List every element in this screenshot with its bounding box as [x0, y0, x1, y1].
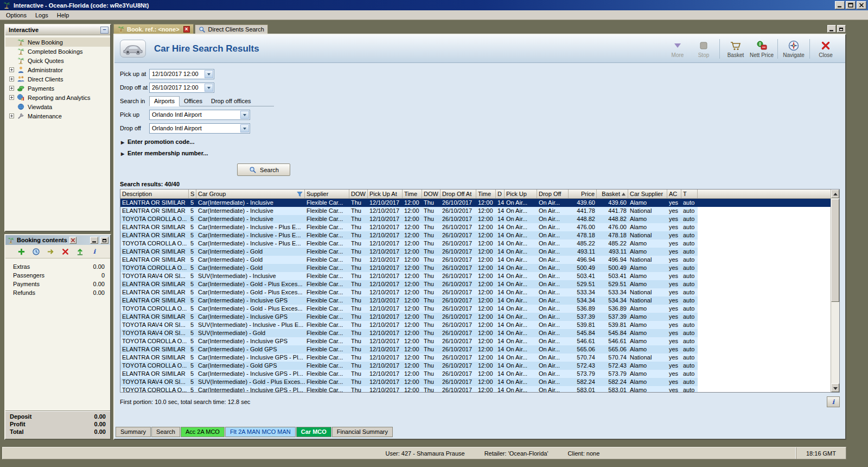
column-header-ac[interactable]: AC [667, 190, 681, 198]
expand-plus-icon[interactable] [9, 77, 14, 81]
promo-code-expander[interactable]: Enter promotion code... [121, 138, 845, 145]
result-row[interactable]: ELANTRA OR SIMILAR5Car(Intermediate) - G… [120, 248, 831, 256]
result-row[interactable]: ELANTRA OR SIMILAR5Car(Intermediate) - I… [120, 313, 831, 321]
column-header-basket[interactable]: Basket [597, 190, 628, 198]
basket-button[interactable]: Basket [723, 40, 749, 58]
chevron-down-icon[interactable] [205, 84, 213, 92]
delete-button[interactable] [60, 247, 70, 256]
add-button[interactable] [16, 247, 26, 256]
sidebar-item-new-booking[interactable]: New Booking [5, 37, 110, 47]
column-header-t[interactable]: T [681, 190, 698, 198]
result-row[interactable]: ELANTRA OR SIMILAR5Car(Intermediate) - I… [120, 370, 831, 378]
result-row[interactable]: TOYOTA RAV4 OR SI...5SUV(Intermediate) -… [120, 321, 831, 329]
result-row[interactable]: ELANTRA OR SIMILAR5Car(Intermediate) - G… [120, 345, 831, 354]
grid-scrollbar[interactable] [831, 190, 839, 392]
mdi-minimize-button[interactable] [827, 25, 836, 33]
expand-plus-icon[interactable] [9, 113, 14, 118]
result-row[interactable]: ELANTRA OR SIMILAR5Car(Intermediate) - I… [120, 231, 831, 239]
result-row[interactable]: TOYOTA COROLLA O...5Car(Intermediate) - … [120, 264, 831, 272]
menu-item-help[interactable]: Help [53, 11, 74, 20]
upload-button[interactable] [75, 247, 85, 256]
result-row[interactable]: ELANTRA OR SIMILAR5Car(Intermediate) - G… [120, 280, 831, 288]
result-row[interactable]: TOYOTA COROLLA O...5Car(Intermediate) - … [120, 215, 831, 223]
collapse-panel-button[interactable] [100, 27, 108, 34]
booking-contents-restore-button[interactable] [100, 237, 108, 244]
bottom-tab-search[interactable]: Search [151, 427, 180, 437]
column-header-drop-off-at[interactable]: Drop Off At [441, 190, 476, 198]
nett-price-button[interactable]: Nett Price [749, 40, 775, 58]
column-header-s[interactable]: S [189, 190, 196, 198]
result-row[interactable]: TOYOTA COROLLA O...5Car(Intermediate) - … [120, 305, 831, 313]
bottom-tab-car-mco[interactable]: Car MCO [296, 427, 331, 437]
sidebar-item-payments[interactable]: Payments [5, 84, 110, 93]
expand-plus-icon[interactable] [9, 67, 14, 72]
result-row[interactable]: TOYOTA RAV4 OR SI...5SUV(Intermediate) -… [120, 272, 831, 280]
search-in-tab-drop-off-offices[interactable]: Drop off offices [207, 97, 256, 106]
column-header-car-group[interactable]: Car Group [196, 190, 305, 198]
column-header-dow[interactable]: DOW [349, 190, 368, 198]
column-header-car-supplier[interactable]: Car Supplier [628, 190, 667, 198]
column-header-dow[interactable]: DOW [422, 190, 441, 198]
column-header-pick-up-at[interactable]: Pick Up At [368, 190, 403, 198]
tab-close-icon[interactable]: × [183, 26, 190, 33]
close-button[interactable] [857, 1, 866, 9]
column-header-time[interactable]: Time [403, 190, 422, 198]
column-header-pick-up[interactable]: Pick Up [505, 190, 537, 198]
sidebar-item-reporting-and-analytics[interactable]: Reporting and Analytics [5, 93, 110, 102]
menu-item-options[interactable]: Options [2, 11, 31, 20]
maximize-button[interactable] [846, 1, 856, 9]
result-row[interactable]: TOYOTA RAV4 OR SI...5SUV(Intermediate) -… [120, 378, 831, 386]
sidebar-item-completed-bookings[interactable]: Completed Bookings [5, 47, 110, 56]
transfer-button[interactable] [46, 247, 55, 256]
result-row[interactable]: TOYOTA COROLLA O...5Car(Intermediate) - … [120, 337, 831, 345]
bottom-tab-flt-2a-man-mco-man[interactable]: Flt 2A MAN MCO MAN [225, 427, 296, 437]
column-header-price[interactable]: Price [569, 190, 597, 198]
schedule-button[interactable] [31, 247, 41, 256]
mdi-restore-button[interactable] [837, 25, 846, 33]
chevron-down-icon[interactable] [240, 124, 249, 132]
scroll-up-icon[interactable] [831, 190, 839, 198]
pickup-at-input[interactable]: 12/10/2017 12:00 [149, 69, 214, 79]
dropoff-at-input[interactable]: 26/10/2017 12:00 [149, 83, 214, 93]
result-row[interactable]: ELANTRA OR SIMILAR5Car(Intermediate) - I… [120, 354, 831, 362]
tab-book-ref-none[interactable]: Book. ref.: <none>× [113, 24, 194, 34]
search-button[interactable]: Search [237, 163, 290, 176]
search-in-tab-airports[interactable]: Airports [149, 96, 180, 106]
close-button[interactable]: Close [813, 40, 839, 58]
column-header-supplier[interactable]: Supplier [305, 190, 349, 198]
expand-plus-icon[interactable] [9, 95, 14, 100]
column-header-d[interactable]: D [496, 190, 505, 198]
dropoff-location-select[interactable]: Orlando Intl Airport [149, 123, 250, 134]
scrollbar-thumb[interactable] [831, 199, 839, 302]
membership-expander[interactable]: Enter membership number... [121, 150, 845, 156]
menu-item-logs[interactable]: Logs [31, 11, 53, 20]
result-row[interactable]: TOYOTA COROLLA O...5Car(Intermediate) - … [120, 386, 831, 392]
result-row[interactable]: ELANTRA OR SIMILAR5Car(Intermediate) - I… [120, 199, 831, 207]
sidebar-item-quick-quotes[interactable]: Quick Quotes [5, 56, 110, 65]
tab-direct-clients-search[interactable]: Direct Clients Search [195, 24, 268, 34]
info-button[interactable]: i [90, 247, 99, 256]
scroll-down-icon[interactable] [831, 383, 839, 392]
minimize-button[interactable] [835, 1, 845, 9]
sidebar-item-maintenance[interactable]: Maintenance [5, 111, 110, 121]
bottom-tab-summary[interactable]: Summary [116, 427, 151, 437]
result-row[interactable]: ELANTRA OR SIMILAR5Car(Intermediate) - G… [120, 256, 831, 264]
result-row[interactable]: TOYOTA RAV4 OR SI...5SUV(Intermediate) -… [120, 329, 831, 337]
result-row[interactable]: ELANTRA OR SIMILAR5Car(Intermediate) - I… [120, 296, 831, 305]
result-row[interactable]: TOYOTA COROLLA O...5Car(Intermediate) - … [120, 239, 831, 248]
column-header-time[interactable]: Time [476, 190, 496, 198]
result-row[interactable]: ELANTRA OR SIMILAR5Car(Intermediate) - I… [120, 223, 831, 231]
search-in-tab-offices[interactable]: Offices [180, 97, 207, 106]
info-button[interactable]: i [827, 396, 840, 407]
pickup-location-select[interactable]: Orlando Intl Airport [149, 110, 250, 120]
column-header-description[interactable]: Description [120, 190, 189, 198]
navigate-button[interactable]: Navigate [781, 40, 807, 58]
chevron-down-icon[interactable] [205, 70, 213, 78]
result-row[interactable]: ELANTRA OR SIMILAR5Car(Intermediate) - G… [120, 288, 831, 296]
result-row[interactable]: TOYOTA COROLLA O...5Car(Intermediate) - … [120, 362, 831, 370]
booking-contents-minimize-button[interactable] [90, 237, 98, 244]
bottom-tab-financial-summary[interactable]: Financial Summary [332, 427, 393, 437]
column-header-drop-off[interactable]: Drop Off [537, 190, 569, 198]
chevron-down-icon[interactable] [240, 111, 249, 119]
result-row[interactable]: ELANTRA OR SIMILAR5Car(Intermediate) - I… [120, 207, 831, 215]
